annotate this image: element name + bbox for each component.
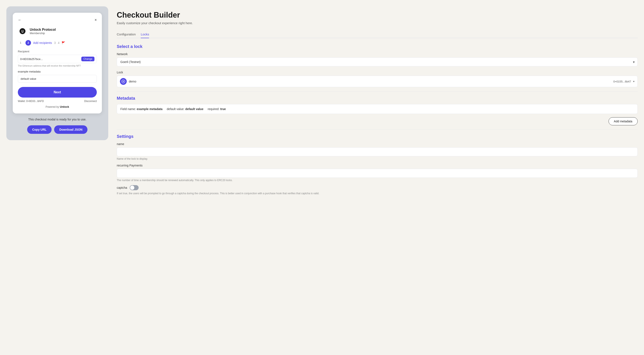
right-panel: Checkout Builder Easily customize your c… (117, 6, 638, 203)
modal-card: ← × Unlock Protocol Membership 1 2 Add r… (13, 13, 102, 113)
recipient-address: 0×8D33b257bce... (20, 57, 80, 61)
metadata-title: Metadata (117, 96, 638, 101)
step-3: 3 (54, 41, 56, 44)
brand-name: Unlock Protocol (30, 28, 56, 31)
change-button[interactable]: Change (81, 57, 94, 61)
lock-name: demo (129, 80, 611, 83)
recipient-label: Recipient (18, 50, 97, 53)
name-input[interactable] (117, 147, 638, 156)
page-subtitle: Easily customize your checkout experienc… (117, 21, 638, 25)
back-button[interactable]: ← (18, 18, 22, 22)
powered-by: Powered by Unlock (18, 105, 97, 108)
name-hint: Name of the lock to display. (117, 157, 638, 160)
lock-label: Lock (117, 71, 638, 74)
name-field: name Name of the lock to display. (117, 142, 638, 160)
modal-brand: Unlock Protocol Membership (18, 26, 97, 36)
close-button[interactable]: × (94, 18, 97, 22)
bookmark-icon: 🚩 (62, 41, 65, 44)
lock-selector[interactable]: demo 0×0155...6b47 ▾ (117, 76, 638, 87)
recurring-label: recurring Payments (117, 164, 638, 167)
captcha-toggle-row: captcha (117, 185, 638, 190)
recipient-hint: The Ethereum address that will receive t… (18, 64, 97, 67)
brand-text: Unlock Protocol Membership (30, 28, 56, 35)
metadata-row: Field name: example metadata default val… (117, 104, 638, 114)
modal-ready-text: This checkout modal is ready for you to … (28, 118, 86, 121)
meta-label: example metadata (18, 70, 97, 73)
svg-point-1 (122, 81, 124, 82)
captcha-hint: If set true, the users will be prompted … (117, 192, 638, 195)
tabs: Configuration Locks (117, 31, 638, 38)
recipient-row: 0×8D33b257bce... Change (18, 55, 97, 63)
meta-field-name: Field name: example metadata (120, 107, 162, 111)
settings-title: Settings (117, 134, 638, 139)
brand-sub: Membership (30, 31, 56, 35)
recurring-hint: The number of time a membership should b… (117, 179, 638, 182)
lock-chevron-icon: ▾ (633, 80, 634, 83)
network-field-group: Network Goerli (Testnet) (117, 52, 638, 66)
lock-icon (120, 78, 127, 85)
modal-steps: 1 2 Add recipients 3 4 🚩 (18, 40, 97, 46)
left-panel: ← × Unlock Protocol Membership 1 2 Add r… (6, 6, 108, 140)
brand-logo-icon (18, 26, 27, 36)
next-button[interactable]: Next (18, 87, 97, 97)
powered-logo: Unlock (60, 105, 69, 108)
bottom-actions: Copy URL Download JSON (27, 125, 88, 134)
meta-required: required: true (208, 107, 226, 111)
download-json-button[interactable]: Download JSON (54, 125, 88, 134)
recurring-input[interactable] (117, 169, 638, 178)
meta-default-value: default value: default value (166, 107, 203, 111)
captcha-field: captcha If set true, the users will be p… (117, 185, 638, 195)
modal-header: ← × (18, 18, 97, 22)
step-2[interactable]: 2 (26, 40, 31, 46)
add-metadata-button[interactable]: Add metadata (608, 117, 638, 125)
tab-configuration[interactable]: Configuration (117, 31, 136, 38)
captcha-toggle[interactable] (130, 185, 138, 190)
powered-by-text: Powered by (46, 105, 59, 108)
lock-address: 0×0155...6b47 (614, 80, 631, 83)
meta-input[interactable] (18, 75, 97, 83)
network-select[interactable]: Goerli (Testnet) (117, 57, 638, 66)
step-1: 1 (18, 40, 23, 46)
disconnect-button[interactable]: Disconnect (84, 100, 97, 103)
name-label: name (117, 142, 638, 146)
tab-locks[interactable]: Locks (141, 31, 149, 38)
select-lock-title: Select a lock (117, 44, 638, 49)
page-title: Checkout Builder (117, 10, 638, 19)
copy-url-button[interactable]: Copy URL (27, 125, 52, 134)
recurring-field: recurring Payments The number of time a … (117, 164, 638, 182)
step-4: 4 (58, 41, 60, 44)
step-2-label: Add recipients (33, 41, 52, 44)
wallet-row: Wallet: 0×8D33...8AFD Disconnect (18, 100, 97, 103)
lock-field-group: Lock demo 0×0155...6b47 ▾ (117, 71, 638, 87)
network-select-wrapper: Goerli (Testnet) (117, 57, 638, 66)
captcha-label: captcha (117, 186, 127, 189)
wallet-label: Wallet: 0×8D33...8AFD (18, 100, 44, 103)
network-label: Network (117, 52, 638, 56)
